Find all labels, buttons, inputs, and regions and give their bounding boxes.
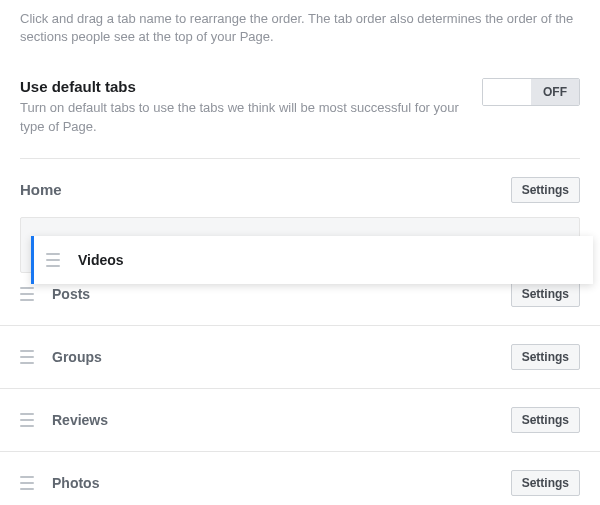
drag-handle-icon[interactable] [20, 413, 34, 427]
tab-settings-button[interactable]: Settings [511, 470, 580, 496]
tab-label: Groups [52, 349, 511, 365]
home-row: Home Settings [0, 159, 600, 217]
toggle-off-half: OFF [531, 79, 579, 105]
drag-handle-icon[interactable] [46, 253, 60, 267]
default-tabs-title: Use default tabs [20, 78, 462, 95]
toggle-on-half [483, 79, 531, 105]
tab-label: Posts [52, 286, 511, 302]
tab-row-groups[interactable]: Groups Settings [0, 326, 600, 389]
default-tabs-toggle[interactable]: OFF [482, 78, 580, 106]
tab-settings-button[interactable]: Settings [511, 344, 580, 370]
tabs-list: Posts Settings Groups Settings Reviews S… [0, 273, 600, 505]
default-tabs-description: Turn on default tabs to use the tabs we … [20, 99, 462, 135]
tab-label: Reviews [52, 412, 511, 428]
default-tabs-section: Use default tabs Turn on default tabs to… [0, 64, 600, 157]
home-settings-button[interactable]: Settings [511, 177, 580, 203]
tab-row-photos[interactable]: Photos Settings [0, 452, 600, 505]
tab-label: Photos [52, 475, 511, 491]
dragging-tab-label: Videos [78, 252, 593, 268]
tab-row-reviews[interactable]: Reviews Settings [0, 389, 600, 452]
drag-handle-icon[interactable] [20, 476, 34, 490]
drag-handle-icon[interactable] [20, 350, 34, 364]
drag-handle-icon[interactable] [20, 287, 34, 301]
tab-settings-button[interactable]: Settings [511, 281, 580, 307]
drag-placeholder: Videos [20, 217, 580, 273]
instructions-text: Click and drag a tab name to rearrange t… [0, 0, 600, 64]
tab-settings-button[interactable]: Settings [511, 407, 580, 433]
home-label: Home [20, 181, 62, 198]
dragging-tab-videos[interactable]: Videos [31, 236, 593, 284]
